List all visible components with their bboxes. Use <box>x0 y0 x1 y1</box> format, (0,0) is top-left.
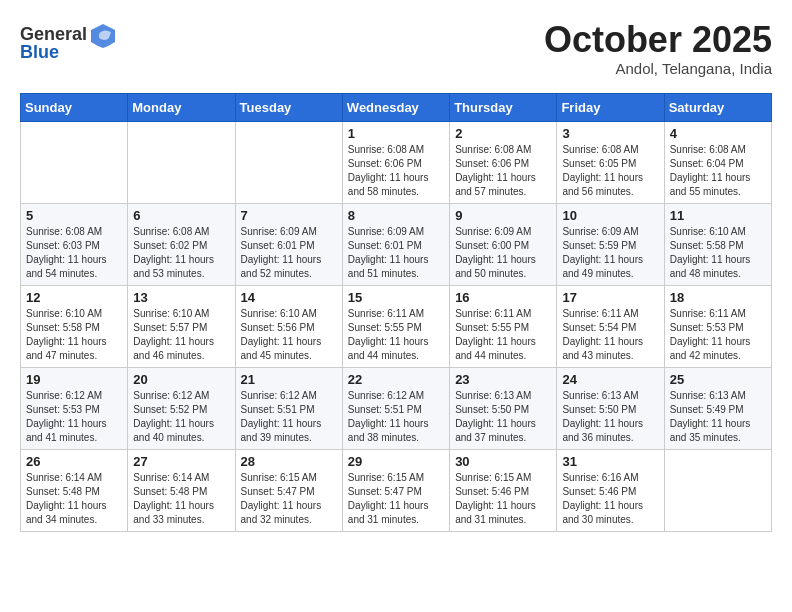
day-number: 19 <box>26 372 122 387</box>
calendar-cell: 29Sunrise: 6:15 AM Sunset: 5:47 PM Dayli… <box>342 449 449 531</box>
calendar-cell: 16Sunrise: 6:11 AM Sunset: 5:55 PM Dayli… <box>450 285 557 367</box>
day-number: 16 <box>455 290 551 305</box>
calendar-cell: 6Sunrise: 6:08 AM Sunset: 6:02 PM Daylig… <box>128 203 235 285</box>
day-number: 2 <box>455 126 551 141</box>
day-info: Sunrise: 6:13 AM Sunset: 5:49 PM Dayligh… <box>670 389 766 445</box>
day-header-monday: Monday <box>128 93 235 121</box>
day-number: 31 <box>562 454 658 469</box>
day-info: Sunrise: 6:12 AM Sunset: 5:52 PM Dayligh… <box>133 389 229 445</box>
calendar-cell: 2Sunrise: 6:08 AM Sunset: 6:06 PM Daylig… <box>450 121 557 203</box>
page-header: General Blue October 2025 Andol, Telanga… <box>20 20 772 77</box>
day-info: Sunrise: 6:13 AM Sunset: 5:50 PM Dayligh… <box>562 389 658 445</box>
calendar-cell: 1Sunrise: 6:08 AM Sunset: 6:06 PM Daylig… <box>342 121 449 203</box>
day-info: Sunrise: 6:15 AM Sunset: 5:47 PM Dayligh… <box>348 471 444 527</box>
day-info: Sunrise: 6:08 AM Sunset: 6:06 PM Dayligh… <box>455 143 551 199</box>
week-row-5: 26Sunrise: 6:14 AM Sunset: 5:48 PM Dayli… <box>21 449 772 531</box>
day-info: Sunrise: 6:14 AM Sunset: 5:48 PM Dayligh… <box>26 471 122 527</box>
day-info: Sunrise: 6:08 AM Sunset: 6:02 PM Dayligh… <box>133 225 229 281</box>
day-info: Sunrise: 6:13 AM Sunset: 5:50 PM Dayligh… <box>455 389 551 445</box>
day-number: 29 <box>348 454 444 469</box>
day-info: Sunrise: 6:09 AM Sunset: 6:00 PM Dayligh… <box>455 225 551 281</box>
day-number: 30 <box>455 454 551 469</box>
week-row-2: 5Sunrise: 6:08 AM Sunset: 6:03 PM Daylig… <box>21 203 772 285</box>
calendar-cell: 26Sunrise: 6:14 AM Sunset: 5:48 PM Dayli… <box>21 449 128 531</box>
week-row-1: 1Sunrise: 6:08 AM Sunset: 6:06 PM Daylig… <box>21 121 772 203</box>
day-info: Sunrise: 6:12 AM Sunset: 5:53 PM Dayligh… <box>26 389 122 445</box>
location: Andol, Telangana, India <box>544 60 772 77</box>
calendar-cell: 17Sunrise: 6:11 AM Sunset: 5:54 PM Dayli… <box>557 285 664 367</box>
day-number: 8 <box>348 208 444 223</box>
month-title: October 2025 <box>544 20 772 60</box>
day-number: 20 <box>133 372 229 387</box>
day-info: Sunrise: 6:11 AM Sunset: 5:55 PM Dayligh… <box>455 307 551 363</box>
day-info: Sunrise: 6:11 AM Sunset: 5:55 PM Dayligh… <box>348 307 444 363</box>
calendar-cell: 24Sunrise: 6:13 AM Sunset: 5:50 PM Dayli… <box>557 367 664 449</box>
day-number: 27 <box>133 454 229 469</box>
calendar-cell: 30Sunrise: 6:15 AM Sunset: 5:46 PM Dayli… <box>450 449 557 531</box>
day-number: 13 <box>133 290 229 305</box>
day-number: 21 <box>241 372 337 387</box>
day-info: Sunrise: 6:08 AM Sunset: 6:03 PM Dayligh… <box>26 225 122 281</box>
calendar-cell: 25Sunrise: 6:13 AM Sunset: 5:49 PM Dayli… <box>664 367 771 449</box>
calendar-header-row: SundayMondayTuesdayWednesdayThursdayFrid… <box>21 93 772 121</box>
day-header-thursday: Thursday <box>450 93 557 121</box>
day-info: Sunrise: 6:12 AM Sunset: 5:51 PM Dayligh… <box>348 389 444 445</box>
day-info: Sunrise: 6:14 AM Sunset: 5:48 PM Dayligh… <box>133 471 229 527</box>
day-info: Sunrise: 6:12 AM Sunset: 5:51 PM Dayligh… <box>241 389 337 445</box>
calendar-cell: 23Sunrise: 6:13 AM Sunset: 5:50 PM Dayli… <box>450 367 557 449</box>
day-header-friday: Friday <box>557 93 664 121</box>
logo: General Blue <box>20 20 117 63</box>
day-info: Sunrise: 6:09 AM Sunset: 5:59 PM Dayligh… <box>562 225 658 281</box>
day-number: 12 <box>26 290 122 305</box>
calendar-cell: 28Sunrise: 6:15 AM Sunset: 5:47 PM Dayli… <box>235 449 342 531</box>
day-number: 6 <box>133 208 229 223</box>
day-header-wednesday: Wednesday <box>342 93 449 121</box>
day-number: 3 <box>562 126 658 141</box>
calendar-cell: 10Sunrise: 6:09 AM Sunset: 5:59 PM Dayli… <box>557 203 664 285</box>
day-number: 23 <box>455 372 551 387</box>
day-info: Sunrise: 6:10 AM Sunset: 5:57 PM Dayligh… <box>133 307 229 363</box>
day-info: Sunrise: 6:15 AM Sunset: 5:46 PM Dayligh… <box>455 471 551 527</box>
calendar-cell: 13Sunrise: 6:10 AM Sunset: 5:57 PM Dayli… <box>128 285 235 367</box>
calendar-cell: 11Sunrise: 6:10 AM Sunset: 5:58 PM Dayli… <box>664 203 771 285</box>
day-info: Sunrise: 6:08 AM Sunset: 6:06 PM Dayligh… <box>348 143 444 199</box>
day-number: 15 <box>348 290 444 305</box>
day-info: Sunrise: 6:09 AM Sunset: 6:01 PM Dayligh… <box>348 225 444 281</box>
calendar-cell <box>128 121 235 203</box>
day-info: Sunrise: 6:11 AM Sunset: 5:53 PM Dayligh… <box>670 307 766 363</box>
week-row-4: 19Sunrise: 6:12 AM Sunset: 5:53 PM Dayli… <box>21 367 772 449</box>
calendar-cell <box>235 121 342 203</box>
day-number: 11 <box>670 208 766 223</box>
week-row-3: 12Sunrise: 6:10 AM Sunset: 5:58 PM Dayli… <box>21 285 772 367</box>
calendar-cell: 22Sunrise: 6:12 AM Sunset: 5:51 PM Dayli… <box>342 367 449 449</box>
calendar-cell: 8Sunrise: 6:09 AM Sunset: 6:01 PM Daylig… <box>342 203 449 285</box>
day-info: Sunrise: 6:15 AM Sunset: 5:47 PM Dayligh… <box>241 471 337 527</box>
calendar-cell: 7Sunrise: 6:09 AM Sunset: 6:01 PM Daylig… <box>235 203 342 285</box>
day-number: 24 <box>562 372 658 387</box>
day-number: 28 <box>241 454 337 469</box>
day-number: 26 <box>26 454 122 469</box>
day-info: Sunrise: 6:08 AM Sunset: 6:04 PM Dayligh… <box>670 143 766 199</box>
day-header-sunday: Sunday <box>21 93 128 121</box>
day-number: 7 <box>241 208 337 223</box>
day-number: 9 <box>455 208 551 223</box>
day-info: Sunrise: 6:09 AM Sunset: 6:01 PM Dayligh… <box>241 225 337 281</box>
day-number: 22 <box>348 372 444 387</box>
calendar-cell: 3Sunrise: 6:08 AM Sunset: 6:05 PM Daylig… <box>557 121 664 203</box>
day-number: 5 <box>26 208 122 223</box>
day-header-tuesday: Tuesday <box>235 93 342 121</box>
calendar-cell: 19Sunrise: 6:12 AM Sunset: 5:53 PM Dayli… <box>21 367 128 449</box>
calendar-cell: 21Sunrise: 6:12 AM Sunset: 5:51 PM Dayli… <box>235 367 342 449</box>
calendar-cell: 18Sunrise: 6:11 AM Sunset: 5:53 PM Dayli… <box>664 285 771 367</box>
calendar-cell: 12Sunrise: 6:10 AM Sunset: 5:58 PM Dayli… <box>21 285 128 367</box>
day-number: 17 <box>562 290 658 305</box>
day-number: 4 <box>670 126 766 141</box>
calendar-cell: 9Sunrise: 6:09 AM Sunset: 6:00 PM Daylig… <box>450 203 557 285</box>
calendar-cell: 31Sunrise: 6:16 AM Sunset: 5:46 PM Dayli… <box>557 449 664 531</box>
day-number: 10 <box>562 208 658 223</box>
title-block: October 2025 Andol, Telangana, India <box>544 20 772 77</box>
calendar-cell: 4Sunrise: 6:08 AM Sunset: 6:04 PM Daylig… <box>664 121 771 203</box>
logo-icon <box>89 20 117 48</box>
day-number: 25 <box>670 372 766 387</box>
logo-blue: Blue <box>20 42 59 63</box>
